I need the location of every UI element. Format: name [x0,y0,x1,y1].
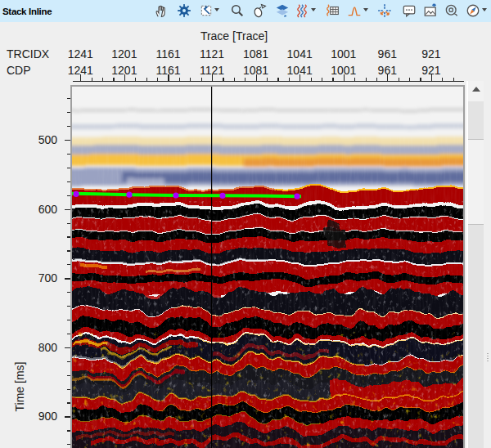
horizon-pick-marker[interactable] [219,193,225,199]
layers-icon[interactable] [275,3,290,18]
tick-mark [289,78,290,81]
tick-mark [311,78,312,81]
seismic-grain-overlay [72,106,463,448]
seismic-section[interactable] [72,87,463,448]
tick-mark [453,78,454,81]
tick-mark [267,78,268,81]
tick-mark [376,78,377,81]
wiggle-traces-dropdown-icon[interactable] [311,8,316,11]
trace-number-r1: 1001 [331,47,356,60]
pan-hand-icon[interactable] [154,3,169,18]
trace-number-r1: 961 [378,47,397,60]
wiggle-traces-icon[interactable] [295,3,309,18]
tick-mark [300,74,300,81]
zoom-magnifier-icon[interactable] [230,3,245,18]
tick-mark [157,78,158,81]
tick-mark [92,78,92,81]
trace-number-r1: 1161 [155,47,180,60]
tick-mark [332,78,333,81]
tick-mark [113,78,114,81]
tick-mark [212,74,213,81]
horizon-pick-marker[interactable] [73,191,79,197]
trace-number-r1: 1041 [287,47,313,60]
histogram-curve-dropdown-icon[interactable] [363,8,368,11]
compass-dropdown-icon[interactable] [482,8,487,11]
tick-mark [168,74,169,81]
image-export-icon[interactable] [423,3,438,18]
tick-mark [256,74,257,81]
annotation-circle-icon[interactable] [444,3,459,18]
tick-mark [399,78,399,81]
scrollbar-up-arrow-icon [472,87,480,92]
tick-mark [73,81,464,82]
tick-mark [124,74,125,81]
cdp-row-label: CDP [7,64,31,77]
tick-mark [135,78,136,81]
tick-mark [277,78,278,81]
crosshair-tracking-icon[interactable] [377,3,392,18]
trace-number-r1: 1241 [68,47,93,60]
tick-mark [245,78,246,81]
tick-mark [354,78,355,81]
trace-axis-title: Trace [Trace] [188,29,280,43]
mouse-pick-icon[interactable] [252,3,267,18]
tick-mark [409,78,410,81]
tick-mark [201,78,202,81]
time-tick-label: 800 [21,341,57,354]
select-region-icon[interactable] [199,3,214,18]
tick-mark [234,78,235,81]
settings-gear-icon[interactable] [177,3,191,18]
trace-number-r1: 1201 [111,47,137,60]
horizon-pick-marker[interactable] [294,194,300,199]
time-tick-label: 900 [21,410,57,423]
time-axis-title: Time [ms] [13,361,26,412]
trace-number-r1: 1081 [243,47,268,60]
tick-mark [420,78,421,81]
gripper-dots [487,353,489,363]
tick-mark [223,78,223,81]
tick-mark [442,78,443,81]
tick-mark [190,78,191,81]
time-tick-label: 600 [21,203,57,216]
tick-mark [366,78,367,81]
vertical-scrollbar[interactable] [466,81,484,448]
time-tick-label: 700 [21,271,57,284]
tick-mark [322,78,322,81]
compass-icon[interactable] [466,3,480,18]
horizon-pick-marker[interactable] [126,192,132,198]
tick-mark [344,74,345,81]
trcidx-row-label: TRCIDX [7,47,49,60]
tick-mark [179,78,180,81]
tick-mark [431,74,432,81]
window-title: Stack Inline [2,0,52,22]
comment-bubble-icon[interactable] [402,3,417,18]
horizon-pick-marker[interactable] [173,192,178,198]
tick-mark [102,78,103,81]
tick-mark [387,74,388,81]
tick-mark [80,74,81,81]
tick-mark [146,78,147,81]
histogram-curve-icon[interactable] [347,3,362,18]
trace-table-icon[interactable] [325,3,340,18]
scrollbar-up-button[interactable] [468,81,484,101]
scrollbar-thumb[interactable] [468,139,484,225]
select-region-dropdown-icon[interactable] [214,8,219,11]
trace-number-r1: 1121 [200,47,224,60]
time-tick-label: 500 [21,133,57,146]
toolbar: Stack Inline [0,0,491,22]
cursor-trace-line[interactable] [211,87,212,448]
trace-number-r1: 921 [421,47,440,60]
